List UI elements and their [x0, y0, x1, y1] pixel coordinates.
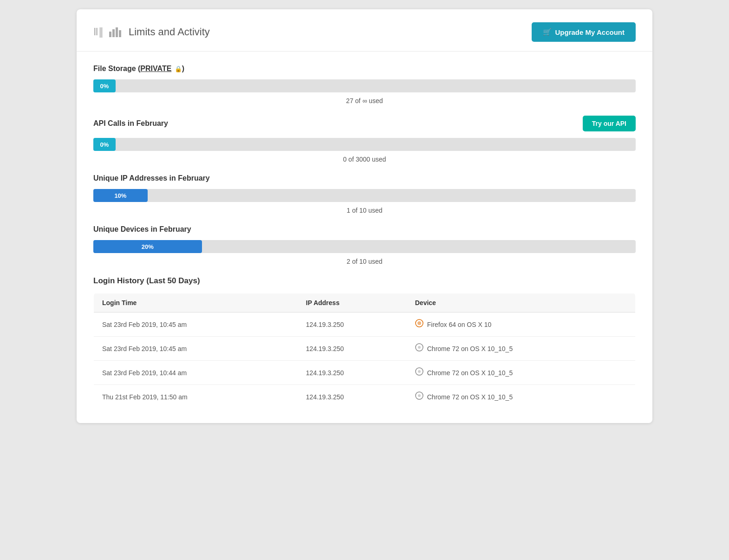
- api-calls-label: API Calls in February: [93, 119, 168, 128]
- svg-point-9: [418, 370, 421, 373]
- lock-icon: 🔒: [175, 65, 182, 72]
- file-storage-label: File Storage: [93, 65, 136, 72]
- unique-ips-title: Unique IP Addresses in February: [93, 174, 636, 182]
- api-calls-usage: 0 of 3000 used: [93, 156, 636, 163]
- api-calls-section: API Calls in February Try our API 0% 0 o…: [93, 116, 636, 163]
- table-row: Thu 21st Feb 2019, 11:50 am124.19.3.250C…: [94, 385, 636, 409]
- file-storage-percentage: 0%: [100, 83, 109, 90]
- device-cell: Chrome 72 on OS X 10_10_5: [407, 337, 636, 361]
- table-row: Sat 23rd Feb 2019, 10:45 am124.19.3.250C…: [94, 337, 636, 361]
- col-device: Device: [407, 293, 636, 313]
- device-cell: Firefox 64 on OS X 10: [407, 313, 636, 337]
- svg-rect-1: [112, 29, 115, 37]
- unique-devices-progress-bar: 20%: [93, 240, 202, 253]
- svg-point-7: [418, 346, 421, 349]
- unique-ips-label: Unique IP Addresses in February: [93, 174, 210, 182]
- ip-address-cell: 124.19.3.250: [298, 313, 407, 337]
- col-login-time: Login Time: [94, 293, 298, 313]
- login-time-cell: Sat 23rd Feb 2019, 10:45 am: [94, 313, 298, 337]
- file-storage-section: File Storage (PRIVATE 🔒) 0% 27 of ∞ used: [93, 65, 636, 104]
- unique-devices-label: Unique Devices in February: [93, 225, 191, 234]
- unique-ips-progress-container: 10%: [93, 189, 636, 202]
- unique-ips-section: Unique IP Addresses in February 10% 1 of…: [93, 174, 636, 214]
- chart-icon: Ⅱ‖: [93, 26, 104, 38]
- browser-icon: [415, 391, 423, 402]
- login-time-cell: Sat 23rd Feb 2019, 10:45 am: [94, 337, 298, 361]
- svg-rect-2: [116, 27, 118, 37]
- upgrade-cart-icon: 🛒: [543, 28, 552, 36]
- file-storage-usage: 27 of ∞ used: [93, 97, 636, 104]
- browser-icon: [415, 367, 423, 378]
- login-table-header: Login Time IP Address Device: [94, 293, 636, 313]
- file-storage-progress-bar: 0%: [93, 79, 116, 92]
- try-api-button-label: Try our API: [592, 120, 626, 127]
- api-calls-percentage: 0%: [100, 141, 109, 148]
- login-table-body: Sat 23rd Feb 2019, 10:45 am124.19.3.250F…: [94, 313, 636, 409]
- ip-address-cell: 124.19.3.250: [298, 385, 407, 409]
- file-storage-title: File Storage (PRIVATE 🔒): [93, 65, 636, 73]
- col-ip-address: IP Address: [298, 293, 407, 313]
- try-api-button[interactable]: Try our API: [583, 116, 636, 131]
- file-storage-badge: PRIVATE: [140, 65, 171, 72]
- unique-devices-title: Unique Devices in February: [93, 225, 636, 234]
- main-card: Ⅱ‖ Limits and Activity 🛒 Upgrade My Acco…: [77, 9, 652, 423]
- unique-ips-percentage: 10%: [114, 192, 126, 199]
- browser-icon: [415, 343, 423, 354]
- device-name: Chrome 72 on OS X 10_10_5: [427, 393, 513, 401]
- header-left: Ⅱ‖ Limits and Activity: [93, 26, 210, 38]
- login-history-title: Login History (Last 50 Days): [93, 276, 636, 286]
- unique-devices-progress-container: 20%: [93, 240, 636, 253]
- main-content: File Storage (PRIVATE 🔒) 0% 27 of ∞ used…: [77, 52, 652, 265]
- table-row: Sat 23rd Feb 2019, 10:44 am124.19.3.250C…: [94, 361, 636, 385]
- svg-point-5: [417, 321, 421, 325]
- upgrade-button[interactable]: 🛒 Upgrade My Account: [532, 22, 636, 42]
- api-calls-progress-bar: 0%: [93, 138, 116, 151]
- unique-ips-usage: 1 of 10 used: [93, 207, 636, 214]
- unique-devices-percentage: 20%: [142, 243, 154, 250]
- ip-address-cell: 124.19.3.250: [298, 337, 407, 361]
- svg-rect-0: [109, 32, 111, 37]
- device-cell: Chrome 72 on OS X 10_10_5: [407, 385, 636, 409]
- upgrade-button-label: Upgrade My Account: [555, 28, 625, 36]
- device-name: Chrome 72 on OS X 10_10_5: [427, 345, 513, 352]
- page-header: Ⅱ‖ Limits and Activity 🛒 Upgrade My Acco…: [77, 9, 652, 52]
- device-cell: Chrome 72 on OS X 10_10_5: [407, 361, 636, 385]
- svg-point-11: [418, 394, 421, 397]
- api-calls-progress-container: 0%: [93, 138, 636, 151]
- unique-devices-section: Unique Devices in February 20% 2 of 10 u…: [93, 225, 636, 265]
- login-history-section: Login History (Last 50 Days) Login Time …: [77, 276, 652, 409]
- browser-icon: [415, 319, 423, 330]
- device-name: Chrome 72 on OS X 10_10_5: [427, 369, 513, 377]
- unique-devices-usage: 2 of 10 used: [93, 258, 636, 265]
- file-storage-progress-container: 0%: [93, 79, 636, 92]
- device-name: Firefox 64 on OS X 10: [427, 321, 492, 328]
- unique-ips-progress-bar: 10%: [93, 189, 148, 202]
- api-calls-title: API Calls in February Try our API: [93, 116, 636, 131]
- page-title: Limits and Activity: [129, 26, 210, 38]
- login-time-cell: Sat 23rd Feb 2019, 10:44 am: [94, 361, 298, 385]
- table-row: Sat 23rd Feb 2019, 10:45 am124.19.3.250F…: [94, 313, 636, 337]
- bar-chart-icon: [109, 27, 121, 37]
- ip-address-cell: 124.19.3.250: [298, 361, 407, 385]
- svg-rect-3: [119, 30, 121, 37]
- login-time-cell: Thu 21st Feb 2019, 11:50 am: [94, 385, 298, 409]
- login-history-table: Login Time IP Address Device Sat 23rd Fe…: [93, 293, 636, 409]
